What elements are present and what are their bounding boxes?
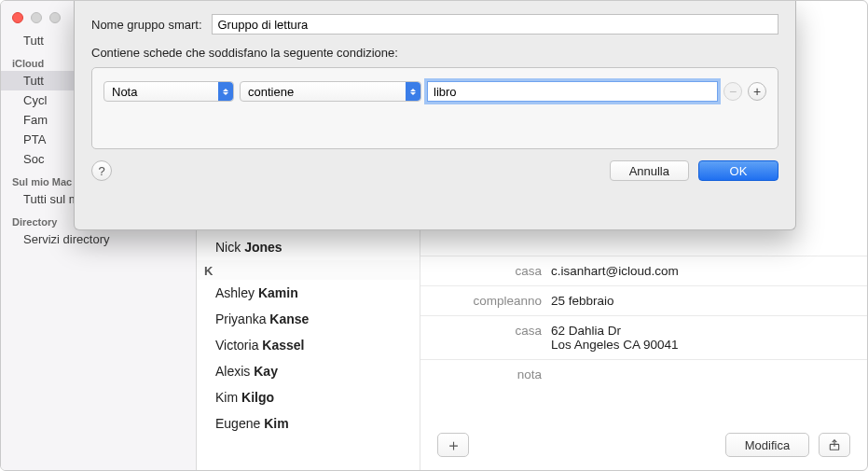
operator-popup[interactable]: contiene xyxy=(240,81,421,102)
zoom-window-icon xyxy=(49,12,61,23)
list-item[interactable]: Priyanka Kanse xyxy=(197,306,420,332)
section-letter: K xyxy=(197,260,420,280)
first-name: Alexis xyxy=(215,364,250,379)
first-name: Nick xyxy=(215,240,241,255)
detail-label: casa xyxy=(420,324,551,352)
detail-label: casa xyxy=(420,264,551,278)
field-popup-label: Nota xyxy=(112,85,137,99)
list-item[interactable]: Eugene Kim xyxy=(197,410,420,436)
conditions-container: Nota contiene − + xyxy=(91,67,778,149)
detail-label: compleanno xyxy=(420,294,551,308)
cancel-button[interactable]: Annulla xyxy=(610,160,689,181)
field-popup[interactable]: Nota xyxy=(103,81,234,102)
app-window: Tutt iCloud Tutt Cycl Fam PTA Soc Sul mi… xyxy=(0,0,868,471)
plus-icon: + xyxy=(753,85,761,98)
first-name: Victoria xyxy=(215,338,258,353)
divider xyxy=(420,285,867,286)
question-icon: ? xyxy=(98,164,104,178)
help-button[interactable]: ? xyxy=(91,160,112,181)
share-icon xyxy=(828,438,841,451)
last-name: Kassel xyxy=(262,338,304,353)
detail-value[interactable]: 62 Dahlia Dr Los Angeles CA 90041 xyxy=(551,324,867,352)
list-item[interactable]: Ashley Kamin xyxy=(197,280,420,306)
close-window-icon[interactable] xyxy=(12,12,23,23)
dialog-name-row: Nome gruppo smart: xyxy=(75,1,795,40)
list-item[interactable]: Victoria Kassel xyxy=(197,332,420,358)
first-name: Kim xyxy=(215,390,238,405)
detail-value[interactable] xyxy=(551,367,867,381)
condition-value-input[interactable] xyxy=(427,81,718,102)
condition-row: Nota contiene − + xyxy=(103,81,766,102)
updown-arrows-icon xyxy=(218,82,233,101)
add-condition-button[interactable]: + xyxy=(748,82,766,101)
detail-row-birthday: compleanno 25 febbraio xyxy=(420,289,867,312)
list-item[interactable]: Alexis Kay xyxy=(197,358,420,384)
add-field-button[interactable]: ＋ xyxy=(437,433,469,457)
divider xyxy=(420,256,867,256)
detail-value: 25 febbraio xyxy=(551,294,867,308)
detail-value[interactable]: c.isanhart@icloud.com xyxy=(551,264,867,278)
sidebar-item[interactable]: Servizi directory xyxy=(1,229,196,249)
last-name: Kim xyxy=(264,416,288,431)
operator-popup-label: contiene xyxy=(248,85,294,99)
plus-icon: ＋ xyxy=(446,435,462,456)
smart-group-dialog: Nome gruppo smart: Contiene schede che s… xyxy=(74,1,796,230)
minimize-window-icon xyxy=(31,12,42,23)
name-label: Nome gruppo smart: xyxy=(91,18,202,32)
last-name: Kay xyxy=(254,364,278,379)
divider xyxy=(420,359,867,360)
last-name: Jones xyxy=(244,240,282,255)
updown-arrows-icon xyxy=(406,82,420,101)
detail-footer: ＋ Modifica xyxy=(420,433,867,457)
first-name: Eugene xyxy=(215,416,260,431)
detail-row-address: casa 62 Dahlia Dr Los Angeles CA 90041 xyxy=(420,319,867,356)
last-name: Kamin xyxy=(258,285,298,300)
divider xyxy=(420,315,867,316)
first-name: Priyanka xyxy=(215,312,266,326)
edit-button[interactable]: Modifica xyxy=(725,433,809,457)
minus-icon: − xyxy=(729,85,737,98)
share-button[interactable] xyxy=(819,433,850,457)
remove-condition-button: − xyxy=(723,82,742,101)
detail-label: nota xyxy=(420,367,551,381)
detail-row-email: casa c.isanhart@icloud.com xyxy=(420,259,867,283)
list-item[interactable]: Nick Jones xyxy=(197,234,420,260)
ok-button[interactable]: OK xyxy=(698,160,778,181)
last-name: Kanse xyxy=(269,312,309,326)
dialog-subtitle: Contiene schede che soddisfano la seguen… xyxy=(75,40,795,67)
detail-row-note: nota xyxy=(420,363,867,386)
dialog-footer: ? Annulla OK xyxy=(75,149,795,181)
group-name-input[interactable] xyxy=(212,14,779,35)
last-name: Kilgo xyxy=(241,390,274,405)
list-item[interactable]: Kim Kilgo xyxy=(197,384,420,410)
first-name: Ashley xyxy=(215,285,255,300)
